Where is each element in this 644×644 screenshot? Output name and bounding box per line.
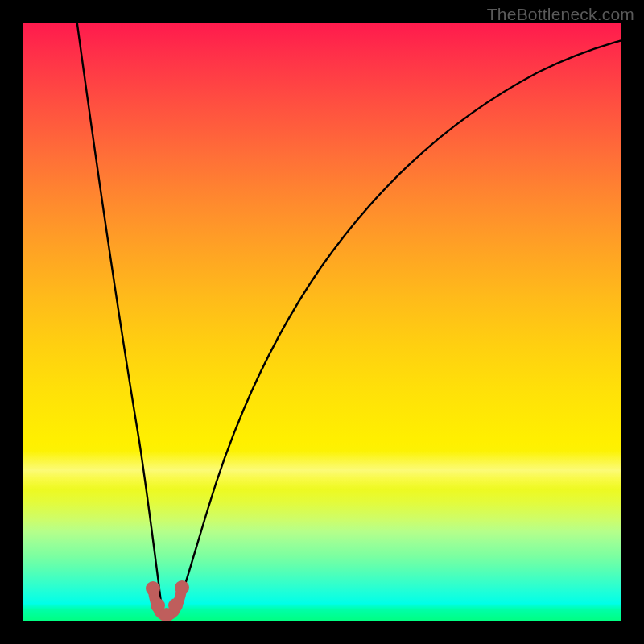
curve-path <box>76 23 621 617</box>
svg-point-2 <box>159 608 174 621</box>
highlight-band <box>23 451 621 489</box>
bottleneck-curve <box>23 23 621 621</box>
svg-point-4 <box>175 580 189 595</box>
watermark-text: TheBottleneck.com <box>487 5 634 24</box>
svg-point-1 <box>151 598 165 613</box>
minimum-marker-dots <box>146 580 189 621</box>
svg-point-0 <box>146 581 160 596</box>
minimum-marker <box>153 588 182 616</box>
chart-area <box>23 23 621 621</box>
svg-point-3 <box>168 598 183 613</box>
